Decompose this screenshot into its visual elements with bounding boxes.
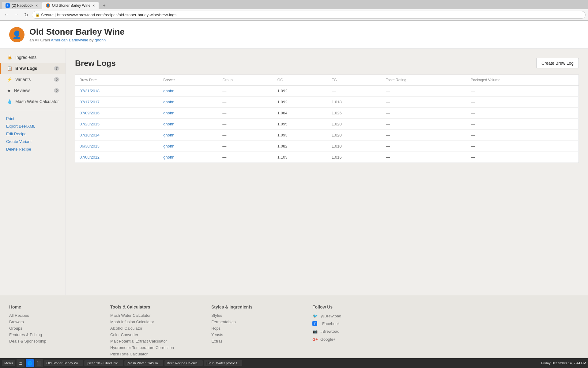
footer-mash-water[interactable]: Mash Water Calculator <box>110 313 205 318</box>
user-link[interactable]: ghohn <box>95 38 106 42</box>
footer-hydrometer[interactable]: Hydrometer Temperature Correction <box>110 345 205 350</box>
date-link-1[interactable]: 07/17/2017 <box>80 100 100 104</box>
footer-deals[interactable]: Deals & Sponsorship <box>9 339 104 343</box>
taskbar-menu[interactable]: Menu <box>2 360 15 366</box>
taskbar-item-beer-recipe[interactable]: Beer Recipe Calcula... <box>164 360 203 366</box>
recipe-avatar-icon: 👤 <box>12 30 21 39</box>
footer-google-plus[interactable]: G+ Google+ <box>312 336 407 342</box>
export-beerxml-link[interactable]: Export BeerXML <box>0 122 66 130</box>
variants-icon: ⚡ <box>7 77 12 82</box>
taskbar-files-icon[interactable]: 🗂 <box>17 359 24 367</box>
footer-mash-infusion[interactable]: Mash Infusion Calculator <box>110 320 205 324</box>
print-link[interactable]: Print <box>0 115 66 122</box>
footer-styles-col: Styles & Ingredients Styles Fermentables… <box>211 305 306 358</box>
footer-pitch-rate[interactable]: Pitch Rate Calculator <box>110 352 205 356</box>
footer-twitter[interactable]: 🐦 @Brewtoad <box>312 313 407 319</box>
cell-group-5: — <box>218 141 273 152</box>
delete-recipe-link[interactable]: Delete Recipe <box>0 145 66 153</box>
tab-facebook[interactable]: f (2) Facebook ✕ <box>2 2 42 9</box>
footer-features-pricing[interactable]: Features & Pricing <box>9 332 104 337</box>
url-bar[interactable]: 🔒 Secure | https://www.brewtoad.com/reci… <box>32 11 586 19</box>
cell-date-2: 07/09/2016 <box>75 108 159 119</box>
footer-facebook[interactable]: f Facebook <box>312 321 407 326</box>
sidebar-variants-label: Variants <box>15 77 53 82</box>
footer-tools-col: Tools & Calculators Mash Water Calculato… <box>110 305 205 358</box>
secure-icon: 🔒 <box>35 13 40 17</box>
date-link-2[interactable]: 07/09/2016 <box>80 111 100 115</box>
taskbar-item-libreoffice[interactable]: [Sesh.xls - LibreOffic... <box>84 360 123 366</box>
footer-color-converter[interactable]: Color Converter <box>110 332 205 337</box>
cell-date-5: 06/30/2013 <box>75 141 159 152</box>
cell-group-4: — <box>218 130 273 141</box>
footer-all-recipes[interactable]: All Recipes <box>9 313 104 318</box>
sidebar-item-brew-logs[interactable]: 📋 Brew Logs 7 <box>0 63 66 74</box>
brewer-link-0[interactable]: ghohn <box>163 89 174 93</box>
style-link[interactable]: American Barleywine <box>51 38 88 42</box>
brewer-link-1[interactable]: ghohn <box>163 100 174 104</box>
cell-packaged-4: — <box>466 130 579 141</box>
brewer-link-6[interactable]: ghohn <box>163 155 174 159</box>
cell-date-4: 07/10/2014 <box>75 130 159 141</box>
brewer-link-2[interactable]: ghohn <box>163 111 174 115</box>
taskbar-item-brun[interactable]: [Brun' Water profile f... <box>204 360 242 366</box>
tab-recipe-close[interactable]: ✕ <box>92 4 95 8</box>
new-tab-button[interactable]: + <box>100 2 108 9</box>
date-link-5[interactable]: 06/30/2013 <box>80 144 100 148</box>
twitter-link[interactable]: @Brewtoad <box>320 314 341 318</box>
cell-packaged-6: — <box>466 152 579 163</box>
footer: Home All Recipes Brewers Groups Features… <box>0 295 588 367</box>
cell-group-6: — <box>218 152 273 163</box>
cell-date-0: 07/31/2018 <box>75 86 159 97</box>
tab-facebook-close[interactable]: ✕ <box>35 4 38 8</box>
sidebar-item-mash-water[interactable]: 💧 Mash Water Calculator <box>0 96 66 107</box>
recipe-subtitle: an All Grain American Barleywine by ghoh… <box>29 38 125 42</box>
footer-extras[interactable]: Extras <box>211 339 306 343</box>
table-row: 07/08/2012 ghohn — 1.103 1.016 — — <box>75 152 579 163</box>
google-plus-link[interactable]: Google+ <box>320 337 336 342</box>
footer-fermentables[interactable]: Fermentables <box>211 320 306 324</box>
instagram-link[interactable]: #Brewtoad <box>320 329 339 334</box>
brew-logs-count: 7 <box>54 66 59 71</box>
create-brew-log-button[interactable]: Create Brew Log <box>536 58 579 68</box>
footer-styles[interactable]: Styles <box>211 313 306 318</box>
footer-instagram[interactable]: 📷 #Brewtoad <box>312 328 407 334</box>
edit-recipe-link[interactable]: Edit Recipe <box>0 130 66 138</box>
sidebar-item-variants[interactable]: ⚡ Variants 0 <box>0 74 66 85</box>
tab-favicon-facebook: f <box>6 3 10 8</box>
taskbar-terminal-icon[interactable]: ⬛ <box>35 359 43 367</box>
sidebar-item-reviews[interactable]: ★ Reviews 0 <box>0 85 66 96</box>
variants-count: 0 <box>54 77 59 82</box>
taskbar: Menu 🗂 🌐 ⬛ Old Stoner Barley Wi... [Sesh… <box>0 358 588 367</box>
date-link-6[interactable]: 07/08/2012 <box>80 155 100 159</box>
cell-og-1: 1.092 <box>273 97 327 108</box>
reviews-icon: ★ <box>7 88 11 93</box>
taskbar-item-mash-calc[interactable]: [Mash Water Calcula... <box>124 360 163 366</box>
date-link-4[interactable]: 07/10/2014 <box>80 133 100 137</box>
taskbar-browser-icon[interactable]: 🌐 <box>26 359 34 367</box>
table-row: 07/17/2017 ghohn — 1.092 1.018 — — <box>75 97 579 108</box>
back-button[interactable]: ← <box>2 11 10 19</box>
cell-taste-6: — <box>382 152 466 163</box>
facebook-link[interactable]: Facebook <box>322 321 340 326</box>
footer-brewers[interactable]: Brewers <box>9 320 104 324</box>
cell-taste-4: — <box>382 130 466 141</box>
brewer-link-4[interactable]: ghohn <box>163 133 174 137</box>
brewer-link-5[interactable]: ghohn <box>163 144 174 148</box>
reload-button[interactable]: ↻ <box>22 11 30 19</box>
sidebar-item-ingredients[interactable]: 🍺 Ingredients <box>0 52 66 63</box>
create-variant-link[interactable]: Create Variant <box>0 138 66 145</box>
footer-malt-potential[interactable]: Malt Potential Extract Calculator <box>110 339 205 343</box>
forward-button[interactable]: → <box>12 11 20 19</box>
date-link-0[interactable]: 07/31/2018 <box>80 89 100 93</box>
footer-hops[interactable]: Hops <box>211 326 306 331</box>
cell-brewer-1: ghohn <box>159 97 218 108</box>
brewer-link-3[interactable]: ghohn <box>163 122 174 126</box>
taskbar-item-recipe[interactable]: Old Stoner Barley Wi... <box>44 360 83 366</box>
footer-groups[interactable]: Groups <box>9 326 104 331</box>
cell-brewer-2: ghohn <box>159 108 218 119</box>
footer-alcohol-calc[interactable]: Alcohol Calculator <box>110 326 205 331</box>
footer-yeasts[interactable]: Yeasts <box>211 332 306 337</box>
date-link-3[interactable]: 07/23/2015 <box>80 122 100 126</box>
tab-recipe[interactable]: 👤 Old Stoner Barley Wine ✕ <box>42 2 99 9</box>
col-packaged-volume: Packaged Volume <box>466 75 579 86</box>
